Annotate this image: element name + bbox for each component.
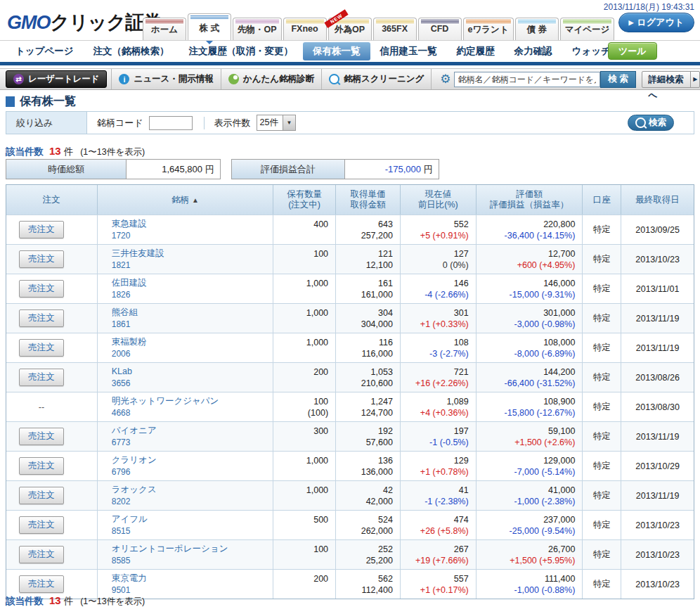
stock-code-input[interactable] (149, 116, 193, 130)
account-cell: 特定 (583, 363, 621, 392)
tab-stripe (563, 20, 612, 23)
subnav-item[interactable]: 注文（銘柄検索） (84, 42, 179, 60)
stock-name-link[interactable]: クラリオン (112, 454, 273, 466)
sell-order-button[interactable]: 売注文 (19, 250, 64, 268)
profit-loss: -1,000 (-0.88%) (477, 584, 576, 596)
stock-name-link[interactable]: 熊谷組 (112, 307, 273, 319)
valuation-cell: 26,700 +1,500 (+5.95%) (477, 540, 583, 569)
stock-name-link[interactable]: 東京電力 (112, 573, 273, 584)
date-cell: 2013/11/19 (621, 422, 694, 451)
current-datetime: 2013/11/18(月) 19:43:31 (604, 1, 694, 13)
price-cell: 721 +16 (+2.26%) (401, 363, 477, 392)
product-tab[interactable]: 株 式 (188, 13, 231, 40)
product-tab[interactable]: マイページ (560, 18, 615, 40)
subnav-item[interactable]: トップページ (6, 42, 84, 60)
easy-diagnosis-link[interactable]: かんたん銘柄診断 (221, 69, 322, 89)
tab-stripe (421, 20, 459, 23)
stock-name-link[interactable]: 東福製粉 (112, 336, 273, 348)
cost-cell: 192 57,600 (336, 422, 401, 451)
valuation-amount: 59,100 (477, 426, 576, 437)
sell-order-button[interactable]: 売注文 (19, 339, 64, 357)
news-disclosure-link[interactable]: i ニュース・開示情報 (111, 69, 221, 89)
sell-order-button[interactable]: 売注文 (19, 221, 64, 238)
stock-name-link[interactable]: ラオックス (112, 484, 273, 496)
quantity-cell: 400 (273, 215, 336, 244)
product-tab[interactable]: NEW 外為OP (328, 18, 372, 40)
laser-trade-button[interactable]: ⇄ レーザートレード (6, 70, 107, 88)
order-cell: 売注文 (6, 245, 98, 274)
header-name[interactable]: 銘柄▲ (98, 185, 273, 215)
profit-loss: -36,400 (-14.15%) (477, 230, 576, 241)
tools-button[interactable]: ツール (608, 42, 657, 60)
valuation-cell: 108,000 -8,000 (-6.89%) (477, 333, 583, 362)
stock-code: 1821 (112, 260, 131, 270)
last-acquired-date: 2013/10/29 (635, 461, 680, 471)
stock-name-link[interactable]: オリエントコーポレーション (112, 543, 273, 555)
stock-name-link[interactable]: 明光ネットワークジャパン (112, 395, 273, 407)
product-tab[interactable]: ホーム (143, 18, 186, 40)
advanced-search-button[interactable]: 詳細検索へ ▶ (642, 71, 700, 88)
subnav-item[interactable]: 注文履歴（取消・変更） (179, 42, 304, 60)
product-tab[interactable]: CFD (418, 18, 462, 40)
symbol-search-button[interactable]: 検 索 (600, 71, 637, 88)
current-price: 1,089 (401, 396, 469, 407)
profit-loss: -7,000 (-5.14%) (477, 466, 576, 478)
sell-order-button[interactable]: -- (19, 402, 64, 413)
order-cell: 売注文 (6, 511, 98, 539)
sell-order-button[interactable]: 売注文 (19, 457, 64, 475)
table-row: 売注文 アイフル 8515 500 524 262,000 474 +26 (+… (6, 510, 694, 539)
quantity-cell: 1,000 (273, 333, 336, 362)
sell-order-button[interactable]: 売注文 (19, 369, 64, 386)
total-cost: 210,600 (336, 378, 393, 389)
app-logo[interactable]: GMOクリック証券 (7, 10, 162, 35)
sell-order-button[interactable]: 売注文 (19, 516, 64, 534)
product-tab[interactable]: 先物・OP (233, 18, 282, 40)
logout-button[interactable]: ▶ ログアウト (618, 13, 694, 32)
subnav-item[interactable]: 信用建玉一覧 (370, 42, 447, 60)
account-cell: 特定 (583, 333, 621, 362)
sell-order-button[interactable]: 売注文 (19, 309, 64, 327)
sell-order-button[interactable]: 売注文 (19, 487, 64, 504)
last-acquired-date: 2013/10/23 (635, 580, 680, 589)
account-type: 特定 (593, 401, 611, 413)
current-price: 129 (401, 455, 469, 466)
stock-name-link[interactable]: KLab (112, 366, 273, 378)
sell-order-button[interactable]: 売注文 (19, 428, 64, 445)
cost-cell: 136 136,000 (336, 452, 401, 480)
quantity-held: 1,000 (273, 485, 328, 496)
sell-order-button[interactable]: 売注文 (19, 280, 64, 298)
valuation-cell: 146,000 -15,000 (-9.31%) (477, 274, 583, 303)
gear-icon[interactable]: ⚙ (440, 72, 451, 87)
table-row: 売注文 東福製粉 2006 1,000 116 116,000 108 -3 (… (6, 333, 694, 362)
product-tab[interactable]: 債 券 (515, 18, 559, 40)
header-price: 現在値前日比(%) (401, 185, 477, 215)
symbol-search-input[interactable] (454, 72, 600, 87)
last-acquired-date: 2013/11/19 (636, 314, 680, 324)
product-tab[interactable]: FXneo (283, 18, 327, 40)
subnav-item[interactable]: 約定履歴 (447, 42, 505, 60)
stock-name-link[interactable]: 佐田建設 (112, 277, 273, 289)
stock-screening-link[interactable]: 銘柄スクリーニング (322, 69, 432, 89)
sell-order-button[interactable]: 売注文 (19, 575, 64, 593)
display-count-select[interactable]: 25件 ▼ (257, 115, 296, 131)
quantity-cell: 1,000 (273, 452, 336, 480)
product-tab[interactable]: eワラント (463, 18, 514, 40)
tab-label: マイページ (565, 25, 610, 34)
result-count-label: 該当件数 (6, 146, 44, 158)
unit-cost: 42 (336, 485, 393, 496)
stock-name-link[interactable]: 三井住友建設 (112, 248, 273, 260)
valuation-cell: 129,000 -7,000 (-5.14%) (477, 452, 583, 480)
stock-name-link[interactable]: 東急建設 (112, 218, 273, 230)
cost-cell: 1,053 210,600 (336, 363, 401, 392)
unit-cost: 161 (336, 278, 393, 289)
subnav-item[interactable]: 余力確認 (505, 42, 562, 60)
profit-loss: +600 (+4.95%) (477, 260, 576, 271)
subnav-item[interactable]: 保有株一覧 (303, 42, 370, 60)
filter-search-button[interactable]: 検索 (628, 115, 674, 131)
laser-trade-icon: ⇄ (13, 74, 24, 84)
stock-name-link[interactable]: アイフル (112, 513, 273, 525)
product-tab[interactable]: 365FX (373, 18, 417, 40)
sell-order-button[interactable]: 売注文 (19, 546, 64, 563)
day-change: +16 (+2.26%) (401, 378, 469, 389)
stock-name-link[interactable]: パイオニア (112, 425, 273, 437)
